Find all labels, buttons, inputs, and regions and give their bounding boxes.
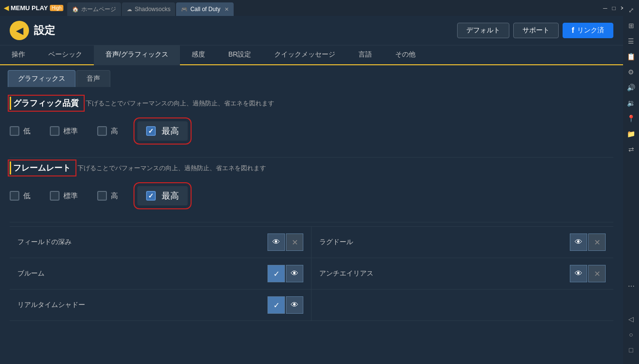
tab-close-icon[interactable]: ✕ (224, 6, 229, 13)
logo-badge: High (50, 5, 64, 11)
settings-title-area: ◀ 設定 (10, 21, 457, 40)
tab-br-settings[interactable]: BR設定 (217, 45, 263, 65)
tab-callofduty-label: Call of Duty (190, 6, 220, 13)
ragdoll-eye-btn[interactable]: 👁 (570, 233, 587, 251)
antialiasing-x-btn[interactable]: ✕ (588, 265, 606, 282)
framerate-quality-row: 低 標準 高 最高 (10, 181, 613, 210)
browser-tab-callofduty[interactable]: 🎮 Call of Duty ✕ (176, 2, 234, 16)
tab-language[interactable]: 言語 (347, 45, 384, 65)
quality-high[interactable]: 高 (97, 126, 118, 136)
tab-quick-message[interactable]: クイックメッセージ (263, 45, 347, 65)
field-depth-eye-btn[interactable]: 👁 (267, 233, 285, 251)
main-tab-nav: 操作 ベーシック 音声/グラフィックス 感度 BR設定 クイックメッセージ 言語… (0, 45, 623, 65)
sub-tab-audio[interactable]: 音声 (76, 70, 110, 87)
tab-homepage-label: ホームページ (81, 5, 116, 14)
quality-standard-label: 標準 (63, 127, 78, 136)
realtime-shadow-controls: ✓ 👁 (267, 296, 303, 314)
x-icon: ✕ (594, 269, 600, 278)
quality-high-checkbox[interactable] (97, 126, 107, 136)
more-icon[interactable]: ⋯ (625, 280, 638, 292)
default-button[interactable]: デフォルト (457, 23, 509, 38)
right-toolbar: ⤢ ⊞ ☰ 📋 ⚙ 🔊 🔉 📍 📁 ⇄ ⋯ ◁ ○ □ (623, 0, 639, 364)
fps-standard-checkbox[interactable] (50, 191, 59, 201)
tab-operations[interactable]: 操作 (0, 45, 37, 65)
sub-tab-nav: グラフィックス 音声 (0, 65, 623, 87)
tab-sensitivity[interactable]: 感度 (180, 45, 217, 65)
divider-1 (10, 157, 613, 158)
bloom-check-btn[interactable]: ✓ (267, 265, 285, 282)
app-logo: ◀ MEMU PLAY High (0, 4, 67, 12)
fps-max-checkbox[interactable] (146, 191, 156, 201)
settings-header: ◀ 設定 デフォルト サポート f リンク済 (0, 16, 623, 45)
ragdoll-x-btn[interactable]: ✕ (588, 233, 606, 251)
fps-high[interactable]: 高 (97, 191, 118, 201)
bloom-controls: ✓ 👁 (267, 265, 303, 282)
facebook-button[interactable]: f リンク済 (563, 23, 613, 38)
setting-bloom: ブルーム ✓ 👁 (10, 258, 312, 290)
tab-other[interactable]: その他 (384, 45, 427, 65)
main-area: ◀ 設定 デフォルト サポート f リンク済 操作 ベーシック 音声/グラフィッ… (0, 16, 623, 364)
quality-low[interactable]: 低 (10, 126, 30, 136)
fps-high-label: 高 (111, 191, 118, 201)
tab-basic[interactable]: ベーシック (37, 45, 94, 65)
restore-icon[interactable]: □ (610, 4, 618, 12)
facebook-icon: f (572, 26, 574, 35)
shadow-check-btn[interactable]: ✓ (267, 296, 285, 314)
header-buttons: デフォルト サポート f リンク済 (457, 23, 613, 38)
quality-max-label: 最高 (162, 125, 179, 137)
expand-icon[interactable]: ⤢ (625, 4, 638, 16)
minimize-icon[interactable]: ─ (601, 4, 609, 12)
graphics-quality-title: グラフィック品質 (10, 97, 83, 110)
bloom-eye-btn[interactable]: 👁 (286, 265, 303, 282)
grid-icon[interactable]: ⊞ (625, 19, 638, 32)
folder-icon[interactable]: 📁 (625, 128, 638, 140)
quality-max-checkbox[interactable] (146, 126, 156, 136)
fps-low[interactable]: 低 (10, 191, 30, 201)
quality-standard[interactable]: 標準 (50, 126, 78, 136)
check-icon: ✓ (273, 301, 280, 310)
clipboard-icon[interactable]: 📋 (625, 50, 638, 63)
logo-text: MEMU PLAY (11, 4, 48, 12)
quality-low-label: 低 (23, 127, 30, 136)
ragdoll-label: ラグドール (319, 238, 570, 247)
bloom-label: ブルーム (17, 269, 267, 278)
quality-max[interactable]: 最高 (137, 121, 188, 141)
location-icon[interactable]: 📍 (625, 112, 638, 125)
check-icon: ✓ (273, 269, 280, 278)
volume-down-icon[interactable]: 🔉 (625, 97, 638, 109)
x-icon: ✕ (594, 238, 600, 247)
quality-standard-checkbox[interactable] (50, 126, 59, 136)
gear-icon[interactable]: ⚙ (625, 66, 638, 78)
back-icon[interactable]: ◁ (625, 313, 638, 325)
home-circle-icon[interactable]: ○ (625, 328, 638, 341)
shadow-eye-btn[interactable]: 👁 (286, 296, 303, 314)
field-depth-x-btn[interactable]: ✕ (286, 233, 303, 251)
setting-field-depth: フィールドの深み 👁 ✕ (10, 227, 312, 258)
antialiasing-eye-btn[interactable]: 👁 (570, 265, 587, 282)
tab-shadowsocks-label: Shadowsocks (134, 6, 170, 13)
detail-settings: フィールドの深み 👁 ✕ ラグドール 👁 ✕ (10, 226, 613, 321)
sub-tab-graphics[interactable]: グラフィックス (8, 70, 75, 87)
page-title: 設定 (34, 23, 55, 38)
fps-standard[interactable]: 標準 (50, 191, 78, 201)
x-icon: ✕ (292, 238, 298, 247)
volume-up-icon[interactable]: 🔊 (625, 81, 638, 94)
eye-icon: 👁 (291, 301, 298, 309)
browser-tab-homepage[interactable]: 🏠 ホームページ (67, 2, 121, 16)
eye-icon: 👁 (272, 238, 280, 247)
framerate-title: フレームレート (10, 161, 74, 175)
fps-high-checkbox[interactable] (97, 191, 107, 201)
support-button[interactable]: サポート (513, 23, 559, 38)
square-icon[interactable]: □ (625, 344, 638, 356)
tab-audio-graphics[interactable]: 音声/グラフィックス (94, 45, 180, 65)
quality-low-checkbox[interactable] (10, 126, 19, 136)
facebook-label: リンク済 (577, 26, 604, 35)
list-icon[interactable]: ☰ (625, 35, 638, 47)
fps-low-checkbox[interactable] (10, 191, 19, 201)
fps-max[interactable]: 最高 (137, 186, 188, 205)
content-area: グラフィック品質 下げることでパフォーマンスの向上、過熱防止、省エネを図れます … (0, 87, 623, 364)
field-depth-controls: 👁 ✕ (267, 233, 303, 251)
rotate-icon[interactable]: ⇄ (625, 143, 638, 156)
browser-tab-shadowsocks[interactable]: ☁ Shadowsocks (122, 2, 175, 16)
logo-icon: ◀ (4, 4, 9, 12)
